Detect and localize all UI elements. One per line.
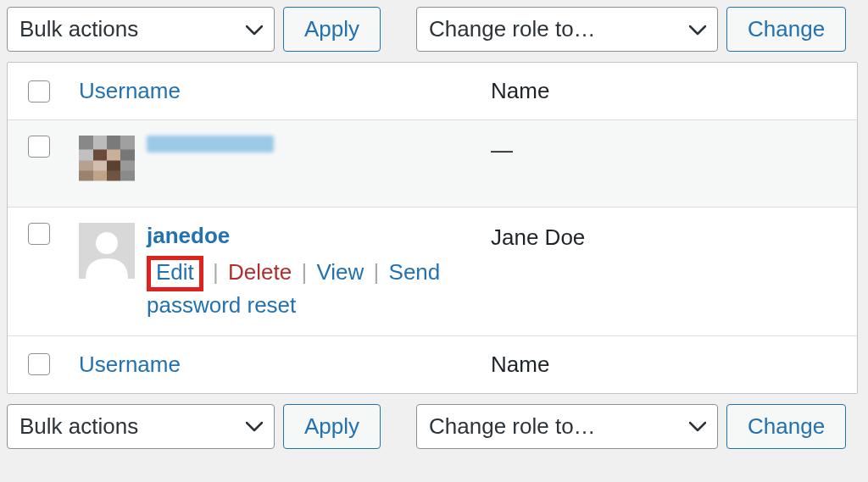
top-toolbar: Bulk actions Apply Change role to… Chang…: [7, 7, 861, 52]
apply-button[interactable]: Apply: [283, 7, 381, 52]
edit-highlight-box: Edit: [147, 256, 203, 291]
table-row: janedoe Edit | Delete | View | Send pass…: [8, 207, 857, 335]
bottom-toolbar: Bulk actions Apply Change role to… Chang…: [7, 404, 861, 449]
change-role-select-wrap-bottom: Change role to…: [416, 404, 718, 449]
column-footer-username[interactable]: Username: [79, 352, 181, 377]
select-all-checkbox[interactable]: [28, 80, 50, 102]
name-cell: Jane Doe: [491, 224, 585, 250]
row-actions: Edit | Delete | View | Send password res…: [147, 256, 491, 320]
users-table: Username Name —: [7, 62, 858, 394]
username-link[interactable]: janedoe: [147, 223, 491, 249]
change-button[interactable]: Change: [726, 7, 846, 52]
column-header-name: Name: [491, 78, 549, 103]
table-header: Username Name: [8, 63, 857, 119]
avatar: [79, 136, 135, 191]
table-footer: Username Name: [8, 335, 857, 393]
change-role-select-wrap: Change role to…: [416, 7, 718, 52]
bulk-actions-select-wrap: Bulk actions: [7, 7, 275, 52]
column-header-username[interactable]: Username: [79, 78, 181, 103]
select-all-cell: [28, 353, 79, 375]
row-checkbox[interactable]: [28, 136, 50, 158]
bulk-actions-select-wrap-bottom: Bulk actions: [7, 404, 275, 449]
bulk-actions-select-bottom[interactable]: Bulk actions: [7, 404, 275, 449]
column-footer-name: Name: [491, 352, 549, 377]
svg-point-0: [96, 232, 118, 254]
table-row: —: [8, 119, 857, 207]
select-all-cell: [28, 80, 79, 102]
row-checkbox[interactable]: [28, 223, 50, 245]
view-link[interactable]: View: [316, 259, 364, 285]
name-cell: —: [491, 137, 513, 163]
apply-button-bottom[interactable]: Apply: [283, 404, 381, 449]
avatar: [79, 223, 135, 279]
select-all-checkbox-bottom[interactable]: [28, 353, 50, 375]
change-role-select[interactable]: Change role to…: [416, 7, 718, 52]
delete-link[interactable]: Delete: [228, 259, 292, 285]
edit-link[interactable]: Edit: [156, 259, 194, 285]
change-button-bottom[interactable]: Change: [726, 404, 846, 449]
change-role-select-bottom[interactable]: Change role to…: [416, 404, 718, 449]
username-link[interactable]: [147, 136, 274, 152]
bulk-actions-select[interactable]: Bulk actions: [7, 7, 275, 52]
